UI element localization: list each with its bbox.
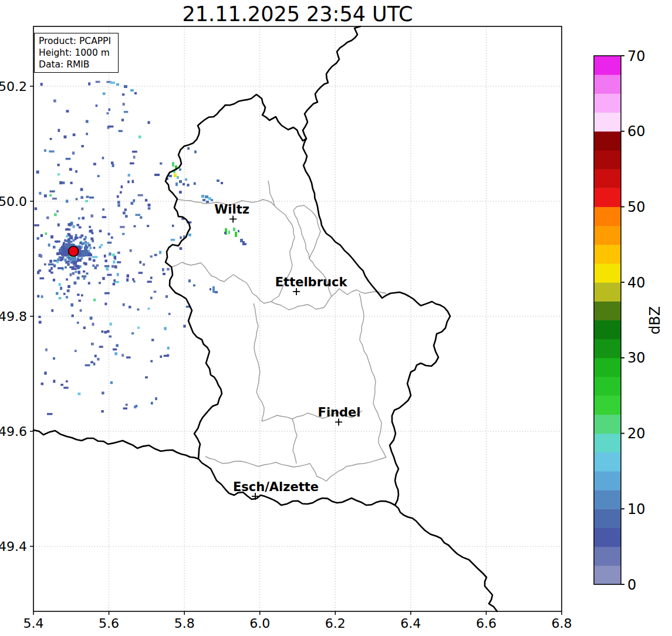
info-data-source: Data: RMIB [39,59,114,70]
echo-pixel [59,283,61,286]
echo-pixel [185,178,187,181]
echo-pixel [201,195,204,198]
echo-pixel [107,274,112,276]
colorbar-tick-label: 0 [627,577,636,593]
echo-pixel [72,225,75,228]
echo-pixel [112,265,114,268]
echo-pixel [183,183,185,185]
echo-pixel [151,402,153,405]
echo-pixel [193,285,195,287]
echo-pixel [53,357,55,360]
echo-pixel [47,413,52,415]
echo-pixel [65,228,70,231]
y-tick-label: 49.6 [0,424,27,439]
echo-pixel [217,180,220,182]
x-tick-label: 6.8 [552,616,572,631]
echo-pixel [80,188,83,191]
echo-pixel [84,246,87,250]
echo-pixel [123,303,125,306]
echo-pixel [112,253,115,256]
echo-pixel [135,214,140,216]
echo-pixel [121,354,124,357]
echo-pixel [235,232,237,237]
echo-pixel [154,174,160,176]
echo-pixel [112,164,114,167]
echo-pixel [108,109,110,111]
echo-pixel [86,272,88,275]
echo-pixel [137,327,140,329]
city-label: Findel [318,405,361,420]
echo-pixel [89,226,91,228]
echo-pixel [106,112,109,114]
colorbar-segment [594,320,621,340]
echo-pixel [40,255,42,258]
colorbar-tick-label: 10 [627,501,646,517]
echo-pixel [71,268,76,270]
echo-pixel [37,295,39,297]
echo-pixel [84,242,90,245]
echo-pixel [124,111,128,113]
echo-pixel [148,207,150,209]
city-label: Esch/Alzette [233,480,319,494]
echo-pixel [90,361,93,363]
echo-pixel [73,133,76,136]
echo-pixel [117,261,121,263]
echo-pixel [102,208,104,211]
echo-pixel [67,285,70,288]
echo-pixel [107,233,110,235]
echo-pixel [179,191,182,194]
echo-pixel [39,192,41,195]
echo-pixel [66,235,68,238]
echo-pixel [77,294,80,296]
echo-pixel [102,216,107,218]
echo-pixel [73,264,76,266]
echo-pixel [120,191,122,194]
echo-pixel [104,265,109,268]
echo-pixel [147,280,152,283]
echo-pixel [177,176,179,179]
echo-pixel [130,89,134,92]
echo-pixel [120,226,125,228]
colorbar-tick-label: 60 [627,123,646,140]
echo-pixel [183,325,185,328]
echo-pixel [121,119,124,121]
colorbar-tick-label: 40 [627,275,646,291]
echo-pixel [109,336,112,338]
x-tick-label: 5.4 [23,616,44,631]
echo-pixel [80,196,83,199]
echo-pixel [88,250,90,252]
echo-pixel [48,243,50,246]
echo-pixel [75,271,77,273]
echo-pixel [224,232,226,234]
echo-pixel [66,380,68,383]
echo-pixel [67,241,73,243]
echo-pixel [86,133,88,135]
echo-pixel [174,174,177,177]
colorbar-segment [594,358,621,377]
echo-pixel [58,267,63,269]
echo-pixel [58,173,60,175]
echo-pixel [96,81,100,83]
echo-pixel [114,352,117,355]
colorbar-axis-label: dBZ [647,306,663,334]
echo-pixel [83,278,85,280]
echo-pixel [113,349,117,351]
echo-pixel [147,204,150,207]
echo-pixel [104,255,106,258]
echo-pixel [44,149,46,151]
echo-pixel [111,236,113,239]
echo-pixel [80,309,82,312]
echo-pixel [126,404,128,406]
figure-title: 21.11.2025 23:54 UTC [183,2,413,26]
echo-pixel [75,350,77,352]
echo-pixel [121,185,123,188]
colorbar-segment [594,207,621,226]
echo-pixel [92,323,94,326]
echo-pixel [67,289,70,292]
colorbar: 010203040506070 [594,48,646,593]
colorbar-segment [594,566,621,585]
echo-pixel [97,358,99,361]
echo-pixel [56,241,58,243]
echo-pixel [132,278,134,280]
echo-pixel [148,307,150,310]
